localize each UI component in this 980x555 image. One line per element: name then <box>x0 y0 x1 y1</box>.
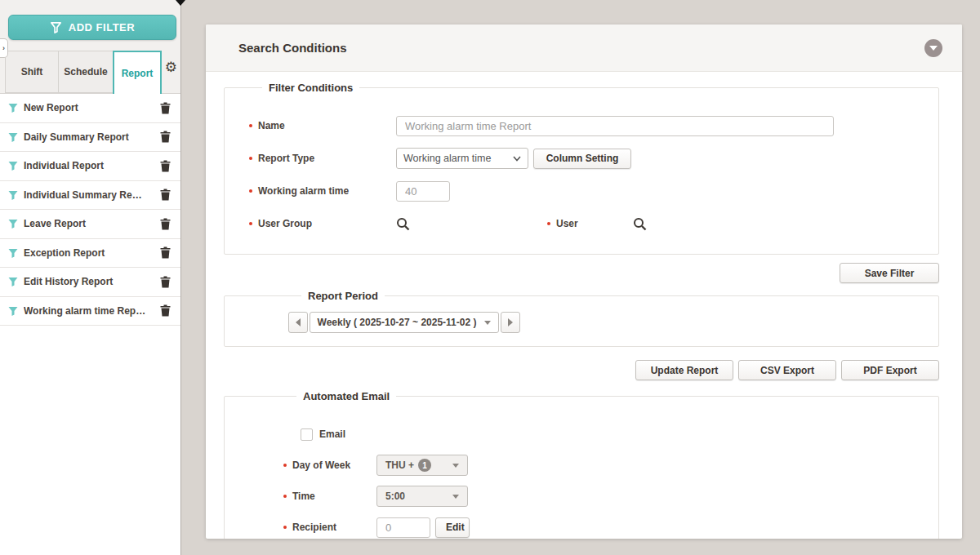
search-icon <box>396 217 410 231</box>
report-list-item-edit-history[interactable]: Edit History Report <box>0 268 180 297</box>
trash-icon <box>160 304 171 317</box>
email-checkbox[interactable] <box>301 428 313 441</box>
next-period-button[interactable] <box>501 312 520 333</box>
report-type-label: Report Type <box>249 153 396 164</box>
name-input[interactable] <box>396 116 834 136</box>
add-filter-button[interactable]: ADD FILTER <box>8 15 176 40</box>
column-setting-button[interactable]: Column Setting <box>533 149 631 169</box>
delete-report-button[interactable] <box>160 246 171 259</box>
report-type-select[interactable]: Working alarm time <box>396 148 528 169</box>
filter-icon <box>8 103 18 113</box>
email-checkbox-label: Email <box>319 428 345 440</box>
chevron-down-icon <box>452 495 459 499</box>
required-dot <box>249 189 252 193</box>
filter-icon <box>8 132 18 142</box>
report-list-item-leave[interactable]: Leave Report <box>0 210 180 239</box>
delete-report-button[interactable] <box>160 276 171 288</box>
filter-icon <box>8 306 18 316</box>
tab-schedule[interactable]: Schedule <box>58 51 113 93</box>
time-value: 5:00 <box>385 491 405 502</box>
delete-report-button[interactable] <box>160 189 171 201</box>
save-filter-button[interactable]: Save Filter <box>840 263 939 283</box>
recipient-count-input[interactable] <box>376 517 430 538</box>
report-item-label: Leave Report <box>24 218 160 229</box>
report-period-control: Weekly ( 2025-10-27 ~ 2025-11-02 ) <box>288 312 938 333</box>
save-filter-row: Save Filter <box>224 263 939 283</box>
tab-report[interactable]: Report <box>113 51 162 94</box>
csv-export-button[interactable]: CSV Export <box>738 360 836 380</box>
report-period-select[interactable]: Weekly ( 2025-10-27 ~ 2025-11-02 ) <box>310 312 499 333</box>
report-list-item-exception[interactable]: Exception Report <box>0 239 180 269</box>
required-dot <box>547 222 550 225</box>
delete-report-button[interactable] <box>160 304 171 317</box>
user-search-button[interactable] <box>633 217 647 231</box>
arrow-left-icon <box>296 318 301 326</box>
pdf-export-button[interactable]: PDF Export <box>841 360 939 380</box>
day-of-week-value: THU + <box>385 460 414 471</box>
sidebar-top: ADD FILTER <box>0 0 180 51</box>
delete-report-button[interactable] <box>160 160 171 172</box>
trash-icon <box>160 218 171 230</box>
user-group-search-button[interactable] <box>396 217 410 231</box>
update-report-button[interactable]: Update Report <box>635 360 733 380</box>
tab-shift-label: Shift <box>21 66 43 78</box>
delete-report-button[interactable] <box>160 131 171 143</box>
delete-report-button[interactable] <box>160 218 171 230</box>
report-item-label: Individual Summary Re… <box>24 189 160 201</box>
report-list-item-working-alarm-time[interactable]: Working alarm time Rep… <box>0 297 180 326</box>
required-dot <box>283 526 287 529</box>
filter-conditions-legend: Filter Conditions <box>262 82 359 94</box>
user-label: User <box>547 218 578 229</box>
chevron-down-icon <box>513 156 521 162</box>
report-item-label: Exception Report <box>24 247 160 259</box>
chevron-down-icon <box>929 46 938 51</box>
gear-icon[interactable]: ⚙ <box>165 60 177 74</box>
working-alarm-time-label: Working alarm time <box>249 185 396 197</box>
required-dot <box>249 222 252 225</box>
user-group-row: User Group User <box>249 213 938 234</box>
filter-icon <box>8 219 18 229</box>
arrow-right-icon <box>508 318 513 326</box>
report-list: New Report Daily Summary Report Individu… <box>0 94 180 326</box>
report-actions-row: Update Report CSV Export PDF Export <box>224 360 939 380</box>
working-alarm-time-input[interactable] <box>396 181 450 202</box>
trash-icon <box>160 160 171 172</box>
report-list-item-daily-summary[interactable]: Daily Summary Report <box>0 123 180 153</box>
recipient-label: Recipient <box>283 522 376 533</box>
required-dot <box>249 124 252 127</box>
name-row: Name <box>249 115 938 136</box>
trash-icon <box>160 246 171 259</box>
automated-email-group: Automated Email Email Day of Week THU + <box>224 390 939 539</box>
report-list-item-individual-summary[interactable]: Individual Summary Re… <box>0 181 180 211</box>
day-of-week-row: Day of Week THU + 1 <box>283 455 938 476</box>
name-label: Name <box>249 120 396 131</box>
day-count-badge: 1 <box>418 459 431 472</box>
tab-report-label: Report <box>122 68 154 79</box>
email-row: Email <box>283 424 938 445</box>
previous-period-button[interactable] <box>288 312 308 333</box>
filter-icon <box>50 21 62 33</box>
day-of-week-select[interactable]: THU + 1 <box>376 455 468 476</box>
report-item-label: Edit History Report <box>24 276 160 287</box>
report-type-row: Report Type Working alarm time Column Se… <box>249 148 938 169</box>
tab-shift[interactable]: Shift <box>5 51 58 93</box>
report-list-item-individual[interactable]: Individual Report <box>0 152 180 181</box>
report-type-value: Working alarm time <box>403 153 491 164</box>
filter-icon <box>8 161 18 171</box>
trash-icon <box>160 189 171 201</box>
add-filter-label: ADD FILTER <box>69 21 135 33</box>
filter-icon <box>8 190 18 200</box>
sidebar-collapse-handle[interactable]: › <box>0 38 8 58</box>
time-select[interactable]: 5:00 <box>376 486 468 507</box>
report-item-label: Daily Summary Report <box>24 131 160 143</box>
user-group-label: User Group <box>249 218 396 229</box>
delete-report-button[interactable] <box>160 102 171 114</box>
collapse-panel-button[interactable] <box>924 39 942 57</box>
report-list-item-new-report[interactable]: New Report <box>0 94 180 123</box>
edit-recipient-button[interactable]: Edit <box>435 517 470 538</box>
working-alarm-time-row: Working alarm time <box>249 180 938 202</box>
day-of-week-label: Day of Week <box>283 460 376 471</box>
panel-header: Search Conditions <box>206 24 962 72</box>
trash-icon <box>160 276 171 288</box>
automated-email-legend: Automated Email <box>296 390 396 402</box>
